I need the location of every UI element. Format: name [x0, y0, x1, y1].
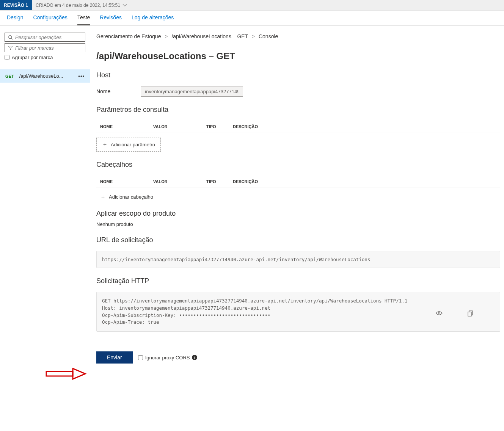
funnel-icon	[8, 45, 13, 50]
svg-rect-5	[46, 371, 73, 376]
host-name-input[interactable]	[141, 86, 243, 97]
operation-name: /api/WarehouseLo...	[19, 73, 79, 79]
cors-checkbox-input[interactable]	[138, 355, 143, 360]
col-descricao: DESCRIÇÃO	[233, 179, 496, 184]
operations-list: GET /api/WarehouseLo... •••	[0, 69, 90, 83]
section-query-params: Parâmetros de consulta	[96, 106, 500, 114]
tab-test[interactable]: Teste	[77, 11, 90, 25]
main-panel: Gerenciamento de Estoque > /api/Warehous…	[90, 26, 504, 376]
ignore-cors-checkbox[interactable]: Ignorar proxy CORS i	[138, 355, 198, 360]
tab-changelog[interactable]: Log de alterações	[132, 11, 174, 25]
col-tipo: TIPO	[206, 179, 233, 184]
search-operations-box[interactable]	[5, 33, 85, 42]
add-header-button[interactable]: ＋ Adicionar cabeçalho	[100, 193, 153, 201]
host-name-label: Nome	[96, 88, 110, 94]
search-icon	[8, 35, 13, 40]
plus-icon: ＋	[102, 141, 108, 148]
send-button[interactable]: Enviar	[96, 351, 133, 364]
revision-created[interactable]: CRIADO em 4 de maio de 2022, 14:55:51	[32, 3, 131, 8]
filter-tags-box[interactable]	[5, 43, 85, 52]
col-valor: VALOR	[153, 124, 206, 129]
col-nome: NOME	[100, 124, 153, 129]
eye-icon[interactable]	[436, 296, 464, 331]
http-request-text: GET https://inventorymanagementapiappapi…	[102, 298, 407, 325]
more-icon[interactable]: •••	[78, 73, 85, 79]
col-descricao: DESCRIÇÃO	[233, 124, 496, 129]
group-by-tag-checkbox[interactable]: Agrupar por marca	[5, 55, 85, 60]
col-nome: NOME	[100, 179, 153, 184]
section-product-scope: Aplicar escopo do produto	[96, 210, 500, 218]
add-parameter-button[interactable]: ＋ Adicionar parâmetro	[96, 138, 161, 152]
query-params-table: NOME VALOR TIPO DESCRIÇÃO	[96, 121, 500, 133]
breadcrumb: Gerenciamento de Estoque > /api/Warehous…	[96, 33, 500, 39]
info-icon[interactable]: i	[192, 355, 197, 360]
host-row: Nome	[96, 86, 500, 97]
breadcrumb-sep: >	[252, 33, 255, 39]
svg-line-1	[11, 38, 13, 39]
plus-icon: ＋	[100, 193, 106, 201]
group-checkbox-label: Agrupar por marca	[12, 55, 53, 60]
svg-point-2	[438, 312, 440, 314]
sidebar: Agrupar por marca GET /api/WarehouseLo..…	[0, 26, 90, 376]
operation-item[interactable]: GET /api/WarehouseLo... •••	[0, 69, 90, 83]
section-request-url: URL de solicitação	[96, 236, 500, 244]
tabs-bar: Design Configurações Teste Revisões Log …	[0, 11, 504, 26]
breadcrumb-sep: >	[165, 33, 168, 39]
copy-icon[interactable]	[468, 296, 496, 331]
search-input[interactable]	[15, 34, 82, 40]
tab-design[interactable]: Design	[7, 11, 24, 25]
table-header: NOME VALOR TIPO DESCRIÇÃO	[96, 121, 500, 133]
chevron-down-icon	[122, 4, 127, 7]
add-parameter-label: Adicionar parâmetro	[111, 142, 155, 147]
request-url-value[interactable]: https://inventorymanagementapiappapi4732…	[96, 251, 500, 268]
revision-bar: REVISÃO 1 CRIADO em 4 de maio de 2022, 1…	[0, 0, 504, 11]
svg-point-0	[9, 35, 12, 38]
section-headers: Cabeçalhos	[96, 161, 500, 169]
cors-checkbox-label: Ignorar proxy CORS	[145, 355, 190, 360]
footer-bar: Enviar Ignorar proxy CORS i	[96, 347, 500, 368]
filter-input[interactable]	[15, 45, 82, 51]
tab-settings[interactable]: Configurações	[33, 11, 68, 25]
http-request-box[interactable]: GET https://inventorymanagementapiappapi…	[96, 292, 500, 332]
operation-method: GET	[5, 74, 14, 78]
table-header: NOME VALOR TIPO DESCRIÇÃO	[96, 176, 500, 188]
svg-rect-4	[468, 312, 471, 316]
section-http-request: Solicitação HTTP	[96, 277, 500, 285]
breadcrumb-item[interactable]: Gerenciamento de Estoque	[96, 33, 161, 39]
no-product-text: Nenhum produto	[96, 221, 500, 227]
svg-marker-6	[73, 368, 85, 376]
revision-created-text: CRIADO em 4 de maio de 2022, 14:55:51	[36, 3, 120, 8]
add-header-label: Adicionar cabeçalho	[109, 194, 153, 200]
section-host: Host	[96, 71, 500, 79]
page-title: /api/WarehouseLocations – GET	[96, 51, 500, 61]
headers-table: NOME VALOR TIPO DESCRIÇÃO	[96, 176, 500, 188]
tab-revisions[interactable]: Revisões	[100, 11, 122, 25]
col-valor: VALOR	[153, 179, 206, 184]
http-actions	[436, 296, 496, 331]
col-tipo: TIPO	[206, 124, 233, 129]
group-checkbox-input[interactable]	[5, 55, 9, 60]
revision-badge: REVISÃO 1	[0, 0, 32, 10]
annotation-arrow	[46, 367, 87, 376]
breadcrumb-item: Console	[259, 33, 278, 39]
breadcrumb-item[interactable]: /api/WarehouseLocations – GET	[171, 33, 248, 39]
